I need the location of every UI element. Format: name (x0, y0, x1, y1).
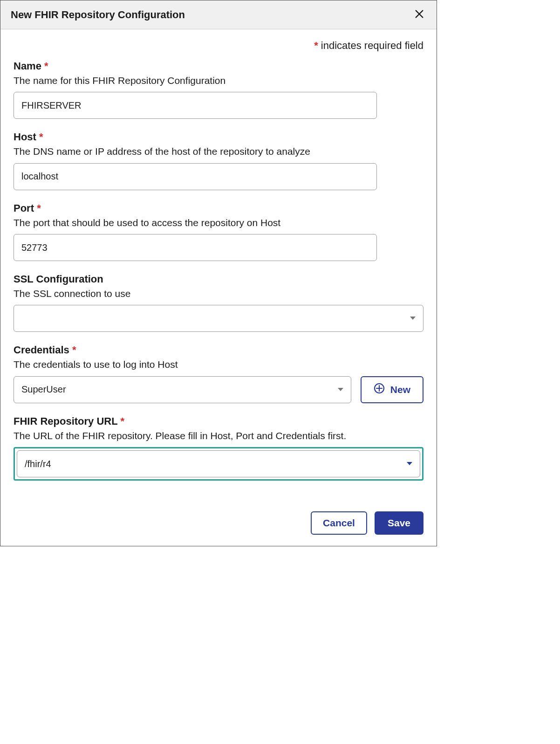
new-credential-button[interactable]: New (361, 376, 423, 403)
credentials-row: SuperUser New (14, 376, 423, 403)
url-value: /fhir/r4 (25, 459, 51, 469)
dialog-new-fhir-repository: New FHIR Repository Configuration * indi… (0, 0, 437, 546)
port-input[interactable] (14, 234, 377, 261)
label-text: Credentials (14, 344, 69, 356)
field-label-host: Host * (14, 131, 423, 143)
field-desc-host: The DNS name or IP address of the host o… (14, 145, 423, 158)
asterisk-icon: * (39, 131, 43, 143)
name-input[interactable] (14, 92, 377, 119)
ssl-select[interactable] (14, 305, 423, 332)
field-name: Name * The name for this FHIR Repository… (14, 60, 423, 119)
label-text: Name (14, 60, 41, 72)
label-text: Host (14, 131, 36, 143)
field-desc-port: The port that should be used to access t… (14, 216, 423, 229)
url-highlight: /fhir/r4 (14, 447, 423, 481)
asterisk-icon: * (44, 60, 48, 72)
close-icon (414, 9, 424, 21)
field-desc-ssl: The SSL connection to use (14, 287, 423, 300)
url-select-wrap: /fhir/r4 (17, 450, 420, 477)
ssl-select-wrap (14, 305, 423, 332)
host-input[interactable] (14, 163, 377, 190)
credentials-select-wrap: SuperUser (14, 376, 351, 403)
asterisk-icon: * (37, 202, 41, 214)
asterisk-icon: * (72, 344, 76, 356)
field-port: Port * The port that should be used to a… (14, 202, 423, 261)
label-text: Port (14, 202, 34, 214)
label-text: SSL Configuration (14, 273, 103, 285)
field-desc-url: The URL of the FHIR repository. Please f… (14, 429, 423, 442)
field-label-port: Port * (14, 202, 423, 214)
credentials-value: SuperUser (21, 384, 66, 395)
dialog-footer: Cancel Save (0, 489, 437, 546)
field-host: Host * The DNS name or IP address of the… (14, 131, 423, 190)
save-button[interactable]: Save (375, 511, 423, 535)
field-ssl: SSL Configuration The SSL connection to … (14, 273, 423, 332)
dialog-title: New FHIR Repository Configuration (11, 9, 185, 21)
close-button[interactable] (412, 7, 426, 22)
field-desc-credentials: The credentials to use to log into Host (14, 358, 423, 371)
dialog-header: New FHIR Repository Configuration (0, 0, 437, 29)
new-label: New (390, 384, 410, 395)
field-url: FHIR Repository URL * The URL of the FHI… (14, 415, 423, 481)
asterisk-icon: * (314, 40, 318, 51)
field-desc-name: The name for this FHIR Repository Config… (14, 74, 423, 87)
dialog-body: * indicates required field Name * The na… (0, 29, 437, 489)
asterisk-icon: * (120, 415, 124, 427)
cancel-button[interactable]: Cancel (311, 511, 367, 535)
plus-circle-icon (374, 383, 385, 396)
field-label-credentials: Credentials * (14, 344, 423, 356)
credentials-select[interactable]: SuperUser (14, 376, 351, 403)
required-note-text: indicates required field (321, 40, 423, 51)
required-field-note: * indicates required field (14, 40, 423, 52)
url-select[interactable]: /fhir/r4 (17, 450, 420, 477)
field-label-name: Name * (14, 60, 423, 72)
field-credentials: Credentials * The credentials to use to … (14, 344, 423, 403)
field-label-ssl: SSL Configuration (14, 273, 423, 285)
field-label-url: FHIR Repository URL * (14, 415, 423, 427)
label-text: FHIR Repository URL (14, 415, 117, 427)
